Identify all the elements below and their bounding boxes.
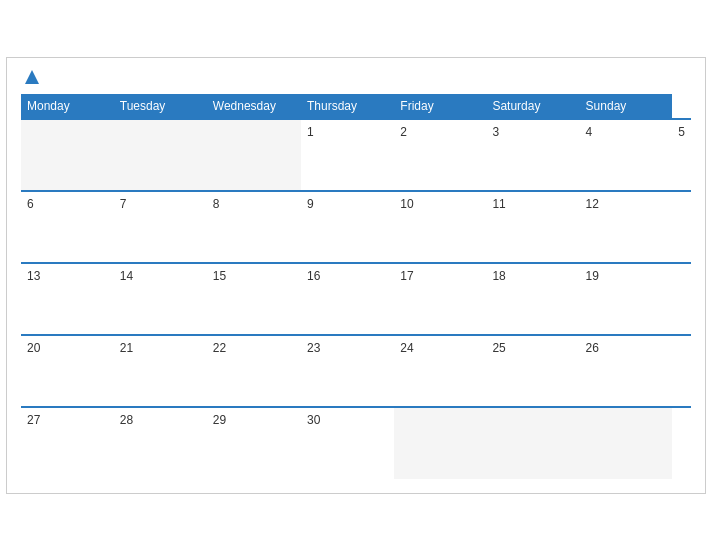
day-cell: 29 xyxy=(207,407,301,479)
day-cell: 13 xyxy=(21,263,114,335)
day-number: 3 xyxy=(492,125,573,139)
day-number: 23 xyxy=(307,341,388,355)
day-number: 21 xyxy=(120,341,201,355)
day-cell xyxy=(394,407,486,479)
day-number: 10 xyxy=(400,197,480,211)
day-number: 2 xyxy=(400,125,480,139)
week-row-5: 27282930 xyxy=(21,407,691,479)
weekday-header-thursday: Thursday xyxy=(301,94,394,119)
weekday-header-monday: Monday xyxy=(21,94,114,119)
day-cell: 15 xyxy=(207,263,301,335)
day-cell: 4 xyxy=(580,119,673,191)
day-cell xyxy=(207,119,301,191)
calendar-header xyxy=(21,68,691,86)
day-cell: 24 xyxy=(394,335,486,407)
weekday-header-row: MondayTuesdayWednesdayThursdayFridaySatu… xyxy=(21,94,691,119)
day-cell xyxy=(580,407,673,479)
weekday-header-sunday: Sunday xyxy=(580,94,673,119)
day-number: 4 xyxy=(586,125,667,139)
day-cell: 26 xyxy=(580,335,673,407)
day-cell: 14 xyxy=(114,263,207,335)
day-number: 19 xyxy=(586,269,667,283)
day-number: 8 xyxy=(213,197,295,211)
calendar-grid: MondayTuesdayWednesdayThursdayFridaySatu… xyxy=(21,94,691,479)
day-cell: 16 xyxy=(301,263,394,335)
day-cell: 7 xyxy=(114,191,207,263)
day-number: 14 xyxy=(120,269,201,283)
day-cell xyxy=(486,407,579,479)
day-cell: 22 xyxy=(207,335,301,407)
day-cell xyxy=(21,119,114,191)
day-number: 22 xyxy=(213,341,295,355)
day-number: 17 xyxy=(400,269,480,283)
day-number: 30 xyxy=(307,413,388,427)
weekday-header-wednesday: Wednesday xyxy=(207,94,301,119)
day-number: 12 xyxy=(586,197,667,211)
calendar-thead: MondayTuesdayWednesdayThursdayFridaySatu… xyxy=(21,94,691,119)
day-cell: 8 xyxy=(207,191,301,263)
day-cell: 6 xyxy=(21,191,114,263)
day-number: 6 xyxy=(27,197,108,211)
day-number: 25 xyxy=(492,341,573,355)
day-cell: 18 xyxy=(486,263,579,335)
day-cell: 12 xyxy=(580,191,673,263)
day-number: 29 xyxy=(213,413,295,427)
day-cell: 19 xyxy=(580,263,673,335)
svg-marker-0 xyxy=(25,70,39,84)
day-number: 28 xyxy=(120,413,201,427)
day-number: 24 xyxy=(400,341,480,355)
day-cell: 21 xyxy=(114,335,207,407)
week-row-2: 6789101112 xyxy=(21,191,691,263)
day-number: 11 xyxy=(492,197,573,211)
day-number: 18 xyxy=(492,269,573,283)
day-cell: 17 xyxy=(394,263,486,335)
day-number: 5 xyxy=(678,125,685,139)
day-cell: 2 xyxy=(394,119,486,191)
day-cell xyxy=(114,119,207,191)
day-number: 7 xyxy=(120,197,201,211)
day-number: 1 xyxy=(307,125,388,139)
day-cell: 9 xyxy=(301,191,394,263)
weekday-header-tuesday: Tuesday xyxy=(114,94,207,119)
week-row-4: 20212223242526 xyxy=(21,335,691,407)
day-cell: 3 xyxy=(486,119,579,191)
logo-icon xyxy=(23,68,41,86)
day-cell: 1 xyxy=(301,119,394,191)
weekday-header-saturday: Saturday xyxy=(486,94,579,119)
calendar-tbody: 1234567891011121314151617181920212223242… xyxy=(21,119,691,479)
day-number: 15 xyxy=(213,269,295,283)
day-cell: 11 xyxy=(486,191,579,263)
calendar-container: MondayTuesdayWednesdayThursdayFridaySatu… xyxy=(6,57,706,494)
logo xyxy=(21,68,43,86)
day-cell: 20 xyxy=(21,335,114,407)
day-cell: 27 xyxy=(21,407,114,479)
day-number: 26 xyxy=(586,341,667,355)
day-number: 13 xyxy=(27,269,108,283)
day-number: 9 xyxy=(307,197,388,211)
day-number: 16 xyxy=(307,269,388,283)
day-cell: 5 xyxy=(672,119,691,191)
day-cell: 25 xyxy=(486,335,579,407)
weekday-header-friday: Friday xyxy=(394,94,486,119)
week-row-3: 13141516171819 xyxy=(21,263,691,335)
day-number: 27 xyxy=(27,413,108,427)
day-cell: 10 xyxy=(394,191,486,263)
day-cell: 30 xyxy=(301,407,394,479)
day-cell: 23 xyxy=(301,335,394,407)
week-row-1: 12345 xyxy=(21,119,691,191)
day-number: 20 xyxy=(27,341,108,355)
day-cell: 28 xyxy=(114,407,207,479)
